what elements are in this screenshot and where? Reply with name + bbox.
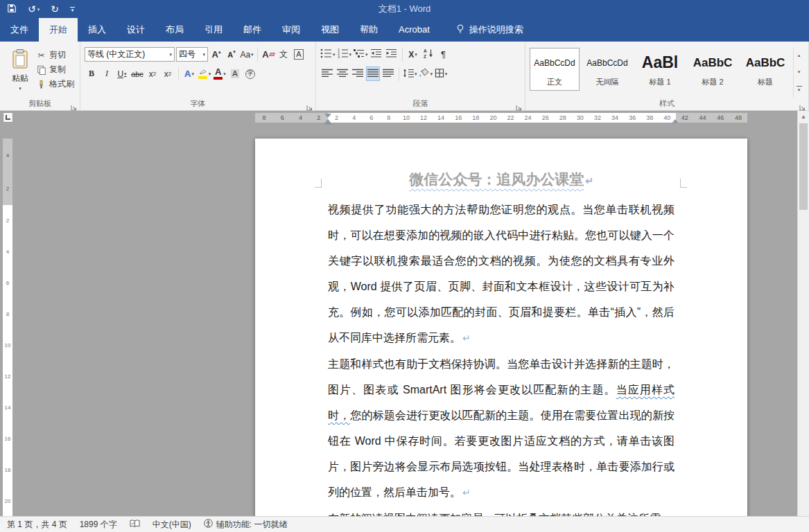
paragraph-dialog-launcher[interactable] bbox=[516, 101, 523, 108]
styles-gallery: AaBbCcDd正文AaBbCcDd无间隔AaBl标题 1AaBbC标题 2Aa… bbox=[530, 47, 790, 98]
cut-button[interactable]: ✂剪切 bbox=[36, 49, 74, 61]
strikethrough-button[interactable]: abc bbox=[130, 66, 144, 81]
undo-button[interactable]: ↺▾ bbox=[28, 4, 40, 14]
styles-dialog-launcher[interactable] bbox=[799, 101, 806, 108]
ruler-number: 12 bbox=[415, 114, 432, 121]
right-indent-marker[interactable] bbox=[672, 119, 679, 123]
enclose-characters-button[interactable]: 字 bbox=[243, 66, 257, 81]
grow-font-button[interactable]: A▴ bbox=[209, 47, 223, 62]
font-size-select[interactable]: 四号▾ bbox=[176, 47, 208, 62]
bullets-button[interactable]: ▾ bbox=[320, 47, 336, 62]
gallery-scroll-down-button[interactable]: ▾ bbox=[794, 64, 804, 80]
format-painter-button[interactable]: 格式刷 bbox=[36, 78, 74, 90]
tab-开始[interactable]: 开始 bbox=[39, 18, 78, 42]
ruler-number: 34 bbox=[607, 114, 624, 121]
ruler-number: 8 bbox=[6, 299, 9, 330]
align-center-button[interactable] bbox=[336, 66, 349, 81]
tab-视图[interactable]: 视图 bbox=[311, 18, 349, 42]
style-name: 标题 2 bbox=[702, 77, 723, 87]
distribute-button[interactable] bbox=[381, 66, 395, 81]
font-dialog-launcher[interactable] bbox=[306, 101, 313, 108]
style-item-标题 2[interactable]: AaBbC标题 2 bbox=[688, 48, 738, 91]
show-formatting-marks-button[interactable]: ¶ bbox=[437, 47, 451, 62]
borders-button[interactable]: ▾ bbox=[434, 66, 448, 81]
bold-button[interactable]: B bbox=[85, 66, 98, 81]
shading-button[interactable]: ▾ bbox=[419, 66, 433, 81]
text-effects-button[interactable]: A▾ bbox=[182, 66, 196, 81]
vertical-scrollbar[interactable]: ▲ bbox=[797, 111, 809, 516]
style-item-正文[interactable]: AaBbCcDd正文 bbox=[530, 48, 580, 91]
superscript-button[interactable]: x2 bbox=[161, 66, 175, 81]
save-button[interactable] bbox=[7, 3, 17, 15]
justify-button[interactable] bbox=[366, 66, 380, 81]
asian-layout-button[interactable]: X▾ bbox=[406, 47, 420, 62]
paste-button[interactable]: 粘贴▾ bbox=[4, 47, 36, 98]
align-left-button[interactable] bbox=[320, 66, 334, 81]
undo-dropdown-icon[interactable]: ▾ bbox=[37, 7, 40, 12]
phonetic-guide-button[interactable]: 文 bbox=[277, 47, 290, 62]
customize-quick-access-button[interactable]: ▾ bbox=[70, 7, 75, 12]
character-shading-button[interactable]: A bbox=[228, 66, 242, 81]
style-item-无间隔[interactable]: AaBbCcDd无间隔 bbox=[582, 48, 632, 91]
scrollbar-thumb[interactable] bbox=[799, 123, 808, 210]
tab-Acrobat[interactable]: Acrobat bbox=[388, 18, 440, 42]
sort-button[interactable]: AZ bbox=[421, 47, 435, 62]
first-line-indent-marker[interactable] bbox=[324, 114, 331, 118]
accessibility-status[interactable]: 辅助功能: 一切就绪 bbox=[204, 519, 288, 531]
numbering-button[interactable]: 123▾ bbox=[337, 47, 352, 62]
styles-gallery-scroll: ▴ ▾ ▾ bbox=[793, 47, 804, 98]
tell-me-search[interactable]: 操作说明搜索 bbox=[447, 18, 532, 42]
multilevel-list-button[interactable]: ▾ bbox=[353, 47, 368, 62]
indent-marker-right[interactable] bbox=[672, 119, 679, 123]
italic-button[interactable]: I bbox=[100, 66, 114, 81]
horizontal-ruler[interactable]: 8642 24681012141618202224262830323436384… bbox=[255, 113, 747, 123]
proofing-status[interactable] bbox=[130, 520, 140, 530]
align-right-button[interactable] bbox=[351, 66, 365, 81]
tab-引用[interactable]: 引用 bbox=[194, 18, 233, 42]
copy-button[interactable]: 复制 bbox=[36, 64, 74, 76]
ruler-number: 4 bbox=[345, 114, 363, 121]
ruler-number: 36 bbox=[624, 114, 641, 121]
gallery-more-button[interactable]: ▾ bbox=[794, 81, 804, 98]
text-highlight-button[interactable]: ▾ bbox=[198, 66, 211, 81]
word-count[interactable]: 1899 个字 bbox=[80, 519, 117, 531]
document-title[interactable]: 微信公众号：追风办公课堂↵ bbox=[328, 169, 675, 191]
tab-邮件[interactable]: 邮件 bbox=[233, 18, 272, 42]
scroll-up-arrow[interactable]: ▲ bbox=[798, 111, 809, 122]
style-name: 标题 1 bbox=[649, 77, 670, 87]
tab-审阅[interactable]: 审阅 bbox=[272, 18, 311, 42]
tab-帮助[interactable]: 帮助 bbox=[349, 18, 388, 42]
decrease-indent-button[interactable] bbox=[369, 47, 383, 62]
vruler-main: 2468101214161820 bbox=[3, 205, 12, 516]
proofing-book-icon bbox=[130, 520, 140, 530]
tab-插入[interactable]: 插入 bbox=[78, 18, 116, 42]
style-item-标题 1[interactable]: AaBl标题 1 bbox=[635, 48, 685, 91]
language-indicator[interactable]: 中文(中国) bbox=[153, 519, 191, 531]
lightbulb-icon bbox=[455, 24, 465, 36]
paragraph-1[interactable]: 视频提供了功能强大的方法帮助您证明您的观点。当您单击联机视频时，可以在想要添加的… bbox=[328, 197, 675, 351]
tab-stop-selector[interactable] bbox=[3, 112, 13, 123]
style-item-标题[interactable]: AaBbC标题 bbox=[740, 48, 790, 91]
font-name-select[interactable]: 等线 (中文正文)▾ bbox=[85, 47, 175, 62]
vertical-ruler[interactable]: 42 2468101214161820 bbox=[3, 139, 12, 516]
clipboard-dialog-launcher[interactable] bbox=[71, 101, 78, 108]
page-indicator[interactable]: 第 1 页，共 4 页 bbox=[7, 519, 67, 531]
gallery-scroll-up-button[interactable]: ▴ bbox=[794, 47, 804, 64]
change-case-button[interactable]: Aa▾ bbox=[240, 47, 254, 62]
line-spacing-button[interactable]: ▾ bbox=[403, 66, 417, 81]
font-color-button[interactable]: A▾ bbox=[213, 66, 227, 81]
tab-文件[interactable]: 文件 bbox=[0, 18, 39, 42]
paragraph-2[interactable]: 主题和样式也有助于文档保持协调。当您单击设计并选择新的主题时，图片、图表或 Sm… bbox=[328, 351, 675, 506]
increase-indent-button[interactable] bbox=[385, 47, 399, 62]
clear-formatting-button[interactable]: A bbox=[261, 47, 275, 62]
tab-设计[interactable]: 设计 bbox=[116, 18, 155, 42]
tab-布局[interactable]: 布局 bbox=[155, 18, 194, 42]
paragraph-3[interactable]: 在新的阅读视图中阅读更加容易。可以折叠文档某些部分并关注所需 bbox=[328, 506, 675, 516]
redo-button[interactable]: ↻ bbox=[51, 4, 59, 14]
shrink-font-button[interactable]: A▾ bbox=[225, 47, 238, 62]
document-page[interactable]: 微信公众号：追风办公课堂↵ 视频提供了功能强大的方法帮助您证明您的观点。当您单击… bbox=[255, 139, 747, 516]
underline-button[interactable]: U▾ bbox=[115, 66, 129, 81]
character-border-button[interactable]: A bbox=[292, 47, 306, 62]
style-name: 正文 bbox=[547, 77, 562, 87]
subscript-button[interactable]: x2 bbox=[146, 66, 159, 81]
